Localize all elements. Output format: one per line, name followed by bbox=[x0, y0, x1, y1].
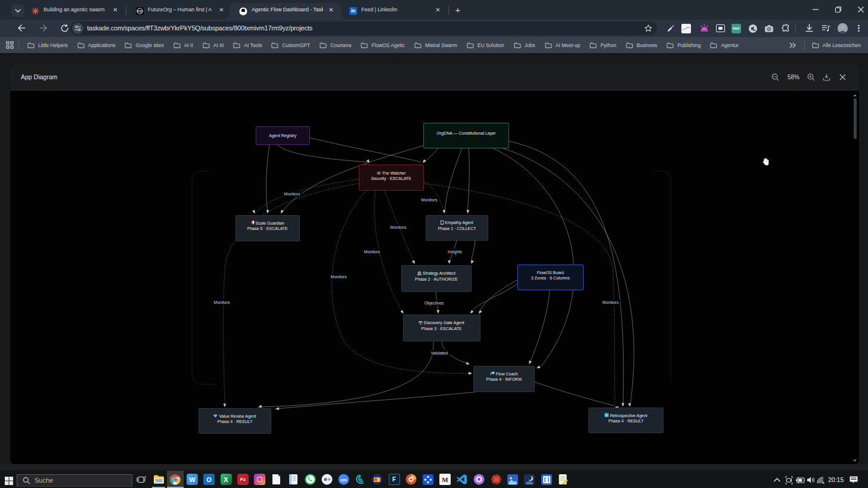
svg-text:FO: FO bbox=[137, 10, 142, 13]
svg-text:zm: zm bbox=[340, 477, 347, 483]
